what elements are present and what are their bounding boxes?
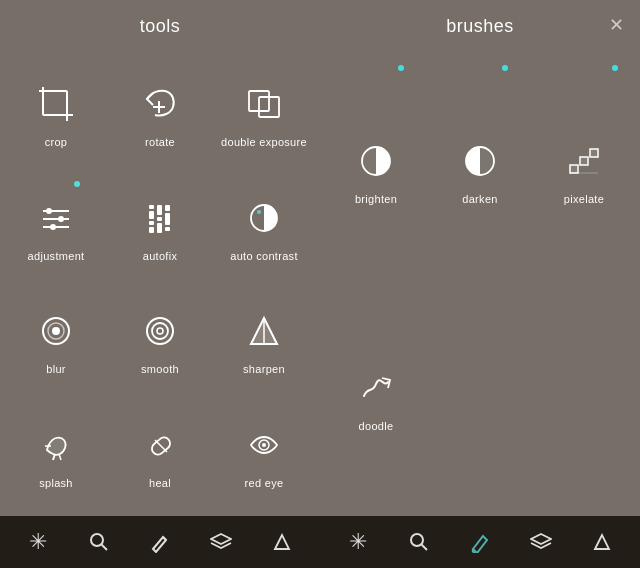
svg-line-50 xyxy=(422,545,428,551)
tool-autofix[interactable]: autofix xyxy=(108,167,212,281)
splash-label: splash xyxy=(39,477,73,489)
svg-point-38 xyxy=(262,443,266,447)
sharpen-label: sharpen xyxy=(243,363,285,375)
brighten-icon xyxy=(350,135,402,187)
adjustment-label: adjustment xyxy=(28,250,85,262)
brush-pixelate[interactable]: pixelate xyxy=(532,53,636,281)
nav-layers-right[interactable] xyxy=(523,524,559,560)
brushes-panel-title: brushes xyxy=(320,0,640,45)
pixelate-dot xyxy=(612,65,618,71)
tools-panel-title: tools xyxy=(0,0,320,45)
svg-rect-24 xyxy=(165,227,170,231)
svg-rect-20 xyxy=(157,217,162,221)
svg-rect-18 xyxy=(149,227,154,233)
brush-doodle[interactable]: doodle xyxy=(324,281,428,509)
tool-auto-contrast[interactable]: auto contrast xyxy=(212,167,316,281)
tool-sharpen[interactable]: sharpen xyxy=(212,281,316,395)
nav-shapes-right[interactable] xyxy=(584,524,620,560)
svg-rect-15 xyxy=(149,205,154,209)
svg-point-14 xyxy=(50,224,56,230)
svg-point-30 xyxy=(147,318,173,344)
brush-brighten[interactable]: brighten xyxy=(324,53,428,281)
svg-point-31 xyxy=(152,323,168,339)
darken-label: darken xyxy=(462,193,497,205)
nav-search-left[interactable] xyxy=(81,524,117,560)
brighten-dot xyxy=(398,65,404,71)
pixelate-label: pixelate xyxy=(564,193,604,205)
brighten-label: brighten xyxy=(355,193,397,205)
svg-point-13 xyxy=(58,216,64,222)
tool-smooth[interactable]: smooth xyxy=(108,281,212,395)
close-button[interactable]: ✕ xyxy=(609,14,624,36)
svg-rect-45 xyxy=(570,165,578,173)
rotate-icon xyxy=(134,78,186,130)
tool-rotate[interactable]: rotate xyxy=(108,53,212,167)
darken-icon xyxy=(454,135,506,187)
autofix-label: autofix xyxy=(143,250,178,262)
pixelate-icon xyxy=(558,135,610,187)
crop-label: crop xyxy=(45,136,68,148)
svg-line-40 xyxy=(102,545,108,551)
brushes-grid-row1: brighten darken xyxy=(320,45,640,516)
sharpen-icon xyxy=(238,305,290,357)
svg-rect-46 xyxy=(580,157,588,165)
adjustment-dot xyxy=(74,181,80,187)
svg-marker-41 xyxy=(211,534,231,544)
svg-rect-16 xyxy=(149,211,154,219)
auto-contrast-icon xyxy=(238,192,290,244)
doodle-label: doodle xyxy=(359,420,394,432)
svg-line-36 xyxy=(155,440,167,452)
blur-icon xyxy=(30,305,82,357)
brush-darken[interactable]: darken xyxy=(428,53,532,281)
autofix-icon xyxy=(134,192,186,244)
nav-search-right[interactable] xyxy=(401,524,437,560)
heal-icon xyxy=(134,419,186,471)
auto-contrast-label: auto contrast xyxy=(230,250,298,262)
nav-brush-left[interactable] xyxy=(142,524,178,560)
brushes-panel: ✕ brushes brighten xyxy=(320,0,640,568)
smooth-label: smooth xyxy=(141,363,179,375)
svg-rect-47 xyxy=(590,149,598,157)
tools-panel: tools crop xyxy=(0,0,320,568)
svg-rect-23 xyxy=(165,213,170,225)
nav-layers-left[interactable] xyxy=(203,524,239,560)
splash-icon xyxy=(30,419,82,471)
bottom-nav-right: ✳ xyxy=(320,516,640,568)
svg-rect-21 xyxy=(157,223,162,233)
svg-point-26 xyxy=(257,210,261,214)
crop-icon xyxy=(30,78,82,130)
tool-heal[interactable]: heal xyxy=(108,394,212,508)
svg-rect-22 xyxy=(165,205,170,211)
double-exposure-icon xyxy=(238,78,290,130)
nav-brush-right[interactable] xyxy=(462,524,498,560)
heal-label: heal xyxy=(149,477,171,489)
svg-point-12 xyxy=(46,208,52,214)
tool-blur[interactable]: blur xyxy=(4,281,108,395)
nav-shapes-left[interactable] xyxy=(264,524,300,560)
tools-grid: crop rotate xyxy=(0,45,320,516)
red-eye-icon xyxy=(238,419,290,471)
svg-point-49 xyxy=(411,534,423,546)
blur-label: blur xyxy=(46,363,66,375)
double-exposure-label: double exposure xyxy=(221,136,307,148)
tool-splash[interactable]: splash xyxy=(4,394,108,508)
bottom-nav-left: ✳ xyxy=(0,516,320,568)
adjustment-icon xyxy=(30,192,82,244)
tool-red-eye[interactable]: red eye xyxy=(212,394,316,508)
red-eye-label: red eye xyxy=(245,477,284,489)
tool-adjustment[interactable]: adjustment xyxy=(4,167,108,281)
tool-double-exposure[interactable]: double exposure xyxy=(212,53,316,167)
nav-effects-left[interactable]: ✳ xyxy=(20,524,56,560)
tool-crop[interactable]: crop xyxy=(4,53,108,167)
darken-dot xyxy=(502,65,508,71)
doodle-icon xyxy=(350,362,402,414)
smooth-icon xyxy=(134,305,186,357)
nav-effects-right[interactable]: ✳ xyxy=(340,524,376,560)
svg-rect-19 xyxy=(157,205,162,215)
svg-point-32 xyxy=(157,328,163,334)
rotate-label: rotate xyxy=(145,136,175,148)
svg-point-29 xyxy=(52,327,60,335)
svg-rect-0 xyxy=(43,91,67,115)
svg-rect-17 xyxy=(149,221,154,225)
svg-point-39 xyxy=(91,534,103,546)
